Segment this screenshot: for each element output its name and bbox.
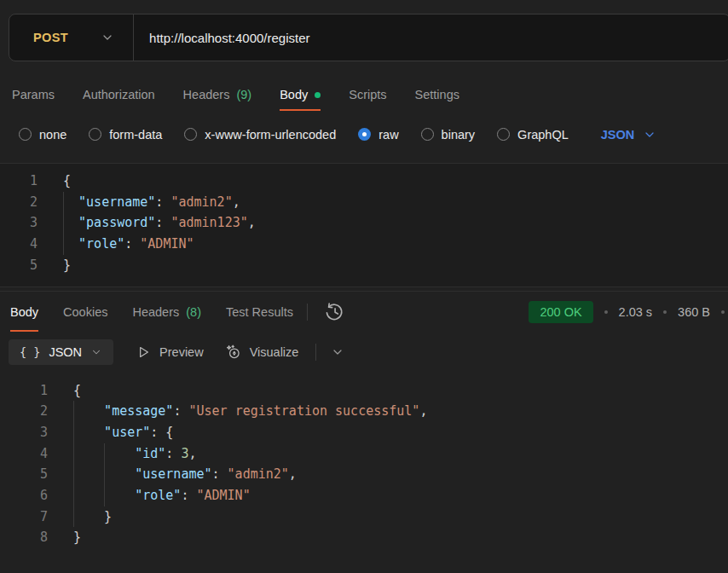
divider bbox=[315, 344, 316, 361]
indent-guide bbox=[104, 485, 135, 506]
radio-icon[interactable] bbox=[421, 128, 434, 141]
code-line: 4"id": 3, bbox=[0, 443, 728, 465]
indent-guide bbox=[73, 422, 104, 443]
tab-params[interactable]: Params bbox=[12, 75, 55, 114]
indent-guide bbox=[73, 401, 104, 422]
line-number: 8 bbox=[0, 527, 48, 548]
token-key: "username" bbox=[78, 192, 155, 213]
response-size: 360 B bbox=[678, 305, 710, 319]
line-number: 5 bbox=[0, 464, 48, 485]
tab-cookies[interactable]: Cookies bbox=[63, 292, 107, 333]
response-tabs: Body Cookies Headers (8) Test Results bbox=[10, 292, 293, 333]
history-clock-icon bbox=[323, 301, 345, 323]
tab-body[interactable]: Body bbox=[280, 75, 321, 114]
token-key: "message" bbox=[104, 401, 173, 422]
visualize-button[interactable]: Visualize bbox=[225, 344, 299, 361]
code-line: 1{ bbox=[0, 171, 728, 192]
line-number: 4 bbox=[0, 443, 48, 465]
token-brace: { bbox=[63, 171, 71, 192]
tab-headers[interactable]: Headers (9) bbox=[183, 75, 252, 114]
dot-separator bbox=[604, 310, 608, 314]
tab-test-results[interactable]: Test Results bbox=[226, 292, 293, 333]
response-history-button[interactable] bbox=[321, 299, 347, 325]
response-body-viewer[interactable]: 1{2"message": "User registration success… bbox=[0, 372, 728, 573]
postman-dark-window: { "request_bar": { "method": "POST", "ur… bbox=[0, 0, 728, 573]
indent-guide bbox=[104, 464, 135, 485]
request-url-bar: POST http://localhost:4000/register bbox=[9, 14, 728, 61]
line-number: 5 bbox=[0, 255, 38, 276]
tab-authorization[interactable]: Authorization bbox=[83, 75, 155, 114]
radio-form-data[interactable]: form-data bbox=[89, 128, 162, 142]
dot-separator bbox=[663, 310, 667, 314]
radio-icon[interactable] bbox=[184, 128, 197, 141]
token-punc: : bbox=[155, 212, 170, 234]
line-number: 6 bbox=[0, 485, 48, 506]
raw-format-selector[interactable]: JSON bbox=[601, 128, 657, 142]
chevron-down-icon bbox=[331, 345, 344, 359]
radio-icon[interactable] bbox=[89, 128, 101, 141]
headers-count-badge: (9) bbox=[236, 88, 251, 101]
response-format-selector[interactable]: JSON bbox=[9, 339, 113, 365]
play-outline-icon bbox=[135, 344, 152, 361]
radio-x-www-form-urlencoded[interactable]: x-www-form-urlencoded bbox=[184, 128, 336, 142]
token-punc: , bbox=[289, 464, 297, 485]
token-brace: { bbox=[73, 380, 81, 402]
url-field[interactable]: http://localhost:4000/register bbox=[134, 31, 728, 45]
token-str: "admin123" bbox=[170, 212, 247, 234]
code-line: 8} bbox=[0, 527, 728, 548]
token-key: "user" bbox=[104, 422, 150, 443]
magic-ball-icon bbox=[225, 344, 242, 361]
radio-none[interactable]: none bbox=[19, 128, 66, 142]
line-number: 2 bbox=[0, 401, 48, 422]
token-punc: , bbox=[233, 192, 240, 213]
token-key: "username" bbox=[135, 464, 211, 485]
token-brace: } bbox=[104, 506, 112, 528]
token-punc: : bbox=[124, 234, 140, 255]
preview-button[interactable]: Preview bbox=[135, 344, 204, 361]
radio-checked-icon[interactable] bbox=[358, 128, 371, 141]
body-type-row: none form-data x-www-form-urlencoded raw… bbox=[0, 114, 728, 164]
indent-guide bbox=[63, 192, 78, 213]
token-punc: : bbox=[150, 422, 165, 443]
radio-icon[interactable] bbox=[497, 128, 510, 141]
indent-guide bbox=[63, 234, 78, 255]
code-line: 6"role": "ADMIN" bbox=[0, 485, 728, 506]
line-number: 1 bbox=[0, 171, 38, 192]
tab-settings[interactable]: Settings bbox=[415, 75, 459, 114]
divider bbox=[307, 304, 308, 321]
code-line: 7} bbox=[0, 506, 728, 528]
radio-graphql[interactable]: GraphQL bbox=[497, 128, 569, 142]
code-line: 3"user": { bbox=[0, 422, 728, 443]
token-punc: , bbox=[188, 443, 196, 465]
token-punc: : bbox=[165, 443, 181, 465]
token-str: "ADMIN" bbox=[196, 485, 250, 506]
indent-guide bbox=[73, 485, 104, 506]
body-modified-dot-icon bbox=[315, 92, 321, 98]
radio-icon[interactable] bbox=[19, 128, 32, 141]
radio-raw[interactable]: raw bbox=[358, 128, 398, 142]
response-headers-count-badge: (8) bbox=[186, 305, 201, 319]
tab-response-headers[interactable]: Headers (8) bbox=[132, 292, 201, 333]
indent-guide bbox=[73, 443, 104, 465]
tab-response-body[interactable]: Body bbox=[10, 292, 38, 333]
braces-icon bbox=[20, 345, 40, 359]
method-selector[interactable]: POST bbox=[9, 14, 133, 61]
token-brace: } bbox=[63, 255, 71, 276]
request-body-editor[interactable]: 1{2"username": "admin2",3"password": "ad… bbox=[0, 164, 728, 286]
indent-guide bbox=[63, 212, 78, 234]
tab-scripts[interactable]: Scripts bbox=[349, 75, 386, 114]
token-num: 3 bbox=[181, 443, 188, 465]
response-panel: Body Cookies Headers (8) Test Results 20… bbox=[0, 292, 728, 573]
token-brace: { bbox=[165, 422, 173, 443]
radio-binary[interactable]: binary bbox=[421, 128, 476, 142]
response-header: Body Cookies Headers (8) Test Results 20… bbox=[0, 292, 728, 333]
token-str: "admin2" bbox=[170, 192, 232, 213]
indent-guide bbox=[73, 506, 104, 528]
code-line: 4"role": "ADMIN" bbox=[0, 234, 728, 255]
dot-separator bbox=[721, 310, 725, 314]
response-toolbar: JSON Preview Visualize bbox=[0, 333, 728, 372]
indent-guide bbox=[104, 443, 135, 465]
response-meta: 200 OK 2.03 s 360 B bbox=[529, 301, 718, 323]
chevron-down-icon bbox=[643, 128, 656, 142]
more-format-options-button[interactable] bbox=[329, 344, 346, 361]
